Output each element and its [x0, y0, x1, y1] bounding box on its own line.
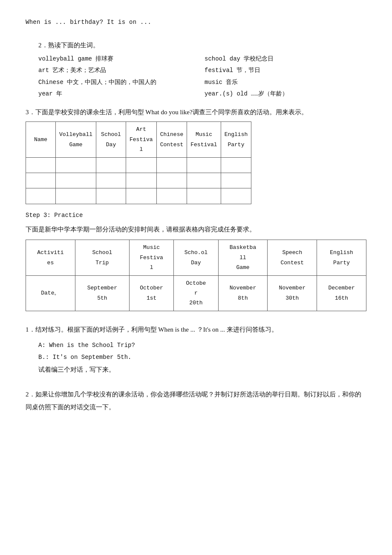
table-header-row: Name VolleyballGame SchoolDay ArtFestiva…: [26, 122, 251, 157]
vocab-zh-volleyball: 排球赛: [95, 54, 113, 64]
col-music-festival: MusicFestival: [187, 122, 221, 157]
table-row: [26, 173, 251, 188]
col-english-party: EnglishParty: [221, 122, 251, 157]
vocab-zh-festival: 节，节日: [236, 65, 260, 76]
exercise2-block: 2．如果让你增加几个学校没有的课余活动，你会选择哪些活动呢？并制订好所选活动的举…: [26, 388, 366, 413]
date-speech-contest: November30th: [268, 275, 317, 311]
exercise2-label: 2．如果让你增加几个学校没有的课余活动，你会选择哪些活动呢？并制订好所选活动的举…: [26, 388, 366, 413]
schedule-date-row: Date。 September5th October1st October20t…: [26, 275, 366, 311]
vocab-en-festival: festival: [205, 65, 233, 76]
vocab-zh-art: 艺术；美术；艺术品: [52, 65, 106, 76]
col-activities: Activities: [26, 240, 75, 275]
practice-intro: 下面是新华中学本学期一部分活动的安排时间表，请根据表格内容完成任务要求。: [26, 223, 366, 236]
vocab-item-festival: festival 节，节日: [205, 65, 354, 76]
vocab-zh-music: 音乐: [226, 77, 238, 88]
date-basketball: November8th: [218, 275, 268, 311]
vocab-item-schoolday: school day 学校纪念日: [205, 54, 354, 64]
intro-line: When is ... birthday? It is on ...: [26, 17, 366, 28]
col-name: Name: [26, 122, 56, 157]
col-english-party2: EnglishParty: [317, 240, 366, 275]
vocab-en-year: year: [38, 89, 53, 99]
col-schoolday: SchoolDay: [96, 122, 126, 157]
vocab-en-music: music: [205, 77, 222, 88]
exercise1-block: 1．结对练习。根据下面的对话例子，利用句型 When is the ... ？I…: [26, 323, 366, 376]
vocab-grid: volleyball game 排球赛 school day 学校纪念日 art…: [38, 54, 354, 99]
vocab-item-chinese: Chinese 中文，中国人；中国的，中国人的: [38, 77, 187, 88]
schedule-table: Activities SchoolTrip MusicFestival Scho…: [26, 240, 366, 311]
qa-line-a: A: When is the School Trip?: [38, 339, 366, 351]
vocab-item-art: art 艺术；美术；艺术品: [38, 65, 187, 76]
date-school-trip: September5th: [75, 275, 129, 311]
vocab-zh-schoolday: 学校纪念日: [244, 54, 274, 64]
vocab-en-art: art: [38, 65, 49, 76]
vocab-item-music: music 音乐: [205, 77, 354, 88]
schedule-header-row: Activities SchoolTrip MusicFestival Scho…: [26, 240, 366, 275]
col-art-festival: ArtFestival: [126, 122, 157, 157]
vocab-zh-yearsold: ……岁（年龄）: [251, 89, 288, 99]
qa-instruction: 试着编三个对话，写下来。: [38, 363, 366, 376]
date-label: Date。: [26, 275, 75, 311]
vocab-item-year: year 年: [38, 89, 187, 99]
col-basketball: BasketballGame: [218, 240, 268, 275]
activities-table: Name VolleyballGame SchoolDay ArtFestiva…: [26, 121, 251, 204]
col-music-festival: MusicFestival: [129, 240, 173, 275]
qa-line-b: B.: It's on September 5th.: [38, 351, 366, 363]
vocab-en-volleyball: volleyball game: [38, 54, 92, 64]
table-row: [26, 157, 251, 173]
col-school-day: Scho.olDay: [174, 240, 218, 275]
vocab-zh-chinese: 中文，中国人；中国的，中国人的: [67, 77, 156, 88]
table-row: [26, 188, 251, 204]
col-volleyball: VolleyballGame: [56, 122, 96, 157]
section3-instruction: 3．下面是学校安排的课余生活，利用句型 What do you like?调查三…: [26, 106, 366, 119]
vocab-zh-year: 年: [56, 89, 62, 99]
date-music-festival: October1st: [129, 275, 173, 311]
col-speech-contest: SpeechContest: [268, 240, 317, 275]
date-school-day: October20th: [174, 275, 218, 311]
exercise1-qa: A: When is the School Trip? B.: It's on …: [38, 339, 366, 376]
vocab-en-chinese: Chinese: [38, 77, 63, 88]
col-school-trip: SchoolTrip: [75, 240, 129, 275]
vocab-en-schoolday: school day: [205, 54, 240, 64]
col-chinese-contest: ChineseContest: [156, 122, 187, 157]
step3-label: Step 3: Practice: [26, 210, 366, 221]
vocab-en-yearsold: year.(s) old: [205, 89, 248, 99]
date-english-party: December16th: [317, 275, 366, 311]
vocab-item-yearsold: year.(s) old ……岁（年龄）: [205, 89, 354, 99]
section2-label: 2．熟读下面的生词。: [38, 40, 366, 51]
vocab-item-volleyball: volleyball game 排球赛: [38, 54, 187, 64]
exercise1-label: 1．结对练习。根据下面的对话例子，利用句型 When is the ... ？I…: [26, 323, 366, 336]
